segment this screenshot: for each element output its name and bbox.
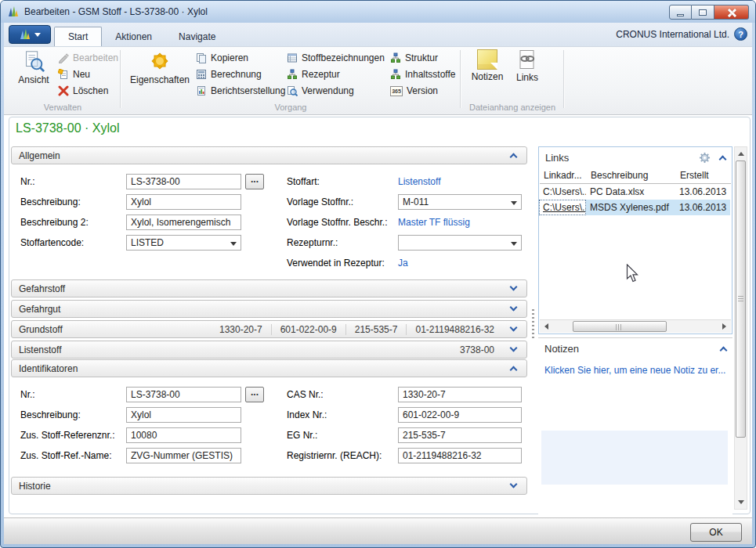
registriernr-reach-input[interactable]: 01-2119488216-32	[398, 448, 522, 463]
scroll-up-arrow[interactable]	[735, 147, 747, 160]
link-description-cell: PC Data.xlsx	[586, 184, 675, 200]
fasttab-historie[interactable]: Historie	[11, 477, 527, 495]
view-document-icon	[22, 49, 45, 73]
struktur-button[interactable]: Struktur	[388, 51, 458, 65]
links-chain-icon	[516, 49, 538, 70]
stoffbezeichnungen-button[interactable]: Stoffbezeichnungen	[284, 51, 387, 65]
berichtserstellung-button[interactable]: Berichtserstellung	[194, 84, 288, 98]
link-address-cell[interactable]: C:\Users\...	[539, 200, 586, 215]
chevron-up-icon[interactable]	[510, 366, 518, 374]
sticky-note-icon	[477, 49, 497, 70]
link-row[interactable]: C:\Users\... PC Data.xlsx 13.06.2013	[539, 184, 732, 200]
fasttab-allgemein[interactable]: Allgemein	[11, 146, 527, 164]
minimize-button[interactable]	[669, 5, 692, 20]
page-workspace: LS-3738-00 · Xylol Allgemein Nr.: LS-373…	[4, 115, 752, 517]
version-button[interactable]: 365 Version	[388, 84, 458, 98]
scroll-right-arrow[interactable]	[718, 320, 731, 333]
gear-icon[interactable]	[699, 152, 711, 164]
maximize-button[interactable]	[692, 5, 714, 20]
group-caption-dateianhang: Dateianhang anzeigen	[463, 103, 562, 112]
index-nr-input[interactable]: 601-022-00-9	[398, 407, 522, 423]
chevron-down-icon[interactable]	[510, 344, 518, 352]
chevron-down-icon[interactable]	[510, 283, 518, 291]
fasttab-identifikatoren[interactable]: Identifikatoren	[11, 359, 527, 377]
zus-stoff-ref-name-input[interactable]: ZVG-Nummer (GESTIS)	[126, 448, 241, 463]
bearbeiten-button[interactable]: Bearbeiten	[56, 51, 121, 65]
berechnung-button[interactable]: Berechnung	[194, 67, 288, 81]
chevron-up-icon[interactable]	[720, 346, 728, 354]
ribbon: Ansicht Bearbeiten	[4, 46, 752, 115]
nr-input[interactable]: LS-3738-00	[126, 174, 241, 189]
link-created-cell: 13.06.2013	[675, 184, 730, 200]
tab-aktionen[interactable]: Aktionen	[102, 27, 165, 46]
links-horizontal-scrollbar[interactable]	[540, 319, 731, 333]
fasttab-gefahrstoff[interactable]: Gefahrstoff	[11, 279, 527, 297]
chevron-down-icon[interactable]	[510, 481, 518, 489]
scroll-down-arrow[interactable]	[735, 496, 747, 509]
beschreibung2-input[interactable]: Xylol, Isomerengemisch	[126, 215, 241, 230]
fasttab-listenstoff[interactable]: Listenstoff 3738-00	[11, 341, 527, 359]
tree-structure-icon	[390, 69, 401, 80]
eg-nr-label: EG Nr.:	[287, 430, 398, 441]
eg-nr-input[interactable]: 215-535-7	[398, 427, 522, 443]
links-button[interactable]: Links	[510, 49, 544, 83]
assist-edit-button[interactable]: ...	[245, 387, 264, 402]
rezeptur-button[interactable]: Rezeptur	[284, 67, 387, 81]
new-note-link[interactable]: Klicken Sie hier, um eine neue Notiz zu …	[538, 359, 732, 376]
link-row-selected[interactable]: C:\Users\... MSDS Xylenes.pdf 13.06.2013	[539, 200, 732, 215]
links-col-erstellt[interactable]: Erstellt	[676, 168, 731, 183]
tab-start[interactable]: Start	[54, 27, 102, 46]
loeschen-button[interactable]: Löschen	[56, 84, 121, 98]
vorlage-stoffnr-beschr-label: Vorlage Stoffnr. Beschr.:	[287, 217, 398, 228]
ok-button[interactable]: OK	[690, 523, 742, 542]
ident-nr-label: Nr.:	[20, 389, 126, 400]
eigenschaften-button[interactable]: Eigenschaften	[128, 49, 192, 85]
inhaltsstoffe-button[interactable]: Inhaltsstoffe	[388, 67, 458, 81]
chevron-up-icon[interactable]	[510, 153, 518, 161]
links-factbox: Links Linkadr... Beschreibung	[538, 146, 732, 334]
chevron-down-icon[interactable]	[510, 304, 518, 312]
stoffart-link[interactable]: Listenstoff	[398, 176, 440, 187]
kopieren-button[interactable]: Kopieren	[194, 51, 288, 65]
group-caption-verwalten: Verwalten	[7, 103, 118, 112]
fasttab-gefahrgut[interactable]: Gefahrgut	[11, 300, 527, 318]
pencil-icon	[58, 52, 69, 63]
links-factbox-title: Links	[545, 152, 569, 164]
fasttab-grundstoff[interactable]: Grundstoff 1330-20-7 601-022-00-9 215-53…	[11, 320, 527, 338]
link-address-cell[interactable]: C:\Users\...	[539, 184, 586, 200]
ident-nr-input[interactable]: LS-3738-00	[126, 387, 241, 402]
factbox-splitter[interactable]	[532, 309, 534, 341]
chevron-down-icon[interactable]	[510, 324, 518, 332]
stoffartencode-select[interactable]: LISTED	[126, 235, 241, 251]
vscroll-thumb[interactable]	[736, 160, 746, 438]
vorlage-stoffnr-select[interactable]: M-011	[398, 194, 522, 210]
neu-button[interactable]: Neu	[56, 67, 121, 81]
notizen-button[interactable]: Notizen	[468, 49, 507, 82]
help-icon[interactable]: ?	[734, 27, 747, 41]
verwendet-in-rezeptur-link[interactable]: Ja	[398, 258, 408, 269]
chevron-up-icon[interactable]	[719, 155, 727, 163]
assist-edit-button[interactable]: ...	[245, 174, 264, 189]
stoffartencode-label: Stoffartencode:	[20, 237, 126, 248]
ansicht-button[interactable]: Ansicht	[13, 49, 54, 85]
grundstoff-summary: 1330-20-7 601-022-00-9 215-535-7 01-2119…	[211, 324, 503, 335]
zus-stoff-referenznr-input[interactable]: 10080	[126, 427, 241, 443]
new-document-icon	[58, 69, 69, 80]
beschreibung-input[interactable]: Xylol	[126, 194, 241, 210]
app-menu-button[interactable]	[9, 25, 51, 44]
vorlage-stoffnr-beschr-link[interactable]: Master TF flüssig	[398, 217, 470, 228]
ident-beschreibung-input[interactable]: Xylol	[126, 407, 241, 423]
hscroll-thumb[interactable]	[573, 321, 667, 332]
tab-navigate[interactable]: Navigate	[165, 27, 229, 46]
close-button[interactable]	[714, 5, 749, 20]
links-col-linkadresse[interactable]: Linkadr...	[540, 168, 587, 183]
scroll-left-arrow[interactable]	[540, 320, 552, 333]
notes-factbox-title: Notizen	[544, 343, 579, 355]
factbox-vertical-scrollbar[interactable]	[734, 146, 747, 510]
ident-beschreibung-label: Beschreibung:	[20, 409, 126, 420]
links-col-beschreibung[interactable]: Beschreibung	[587, 168, 676, 183]
rezepturnr-select[interactable]	[398, 235, 522, 251]
cas-nr-input[interactable]: 1330-20-7	[398, 387, 522, 402]
company-label: CRONUS International Ltd.	[616, 29, 729, 40]
verwendung-button[interactable]: Verwendung	[284, 84, 387, 98]
